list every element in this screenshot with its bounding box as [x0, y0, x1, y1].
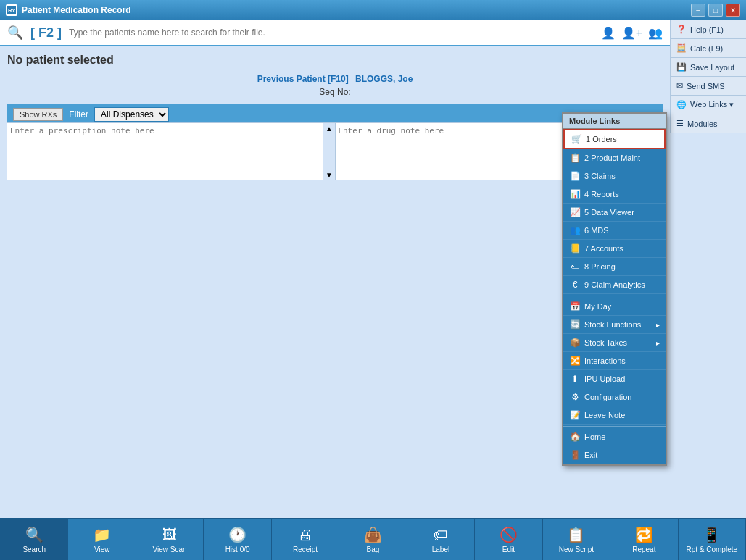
claim-analytics-label: 9 Claim Analytics [584, 280, 645, 289]
menu-item-mds[interactable]: 👥 6 MDS [563, 222, 666, 240]
mds-label: 6 MDS [584, 226, 609, 235]
rpt-complete-toolbar-button[interactable]: 📱 Rpt & Complete [679, 519, 746, 560]
right-sidebar: ❓ Help (F1) 🧮 Calc (F9) 💾 Save Layout ✉ … [670, 20, 746, 133]
pricing-label: 8 Pricing [584, 262, 616, 271]
multi-user-icon[interactable]: 👥 [648, 26, 663, 40]
save-layout-button[interactable]: 💾 Save Layout [671, 58, 746, 77]
pricing-icon: 🏷 [569, 262, 581, 272]
stock-takes-label: Stock Takes [584, 338, 627, 347]
orders-label: 1 Orders [586, 135, 617, 143]
view-scan-toolbar-icon: 🖼 [162, 527, 177, 543]
menu-divider-2 [563, 426, 666, 427]
seq-no-row: Seq No: [7, 87, 663, 97]
repeat-toolbar-button[interactable]: 🔁 Repeat [610, 519, 678, 560]
menu-item-leave-note[interactable]: 📝 Leave Note [563, 406, 666, 425]
filter-dropdown[interactable]: All Dispenses Today This Week This Month [94, 107, 169, 122]
stock-takes-arrow-icon: ▸ [656, 339, 660, 347]
menu-item-stock-takes[interactable]: 📦 Stock Takes ▸ [563, 334, 666, 352]
note-scroll-down-icon[interactable]: ▼ [326, 171, 333, 179]
label-toolbar-button[interactable]: 🏷 Label [407, 519, 475, 560]
restore-button[interactable]: □ [708, 4, 723, 17]
ipu-upload-icon: ⬆ [569, 374, 581, 384]
main-area: 🔍 [ F2 ] 👤 👤+ 👥 ❓ Help (F1) 🧮 Calc (F9) … [0, 20, 746, 560]
sms-icon: ✉ [676, 81, 683, 91]
view-scan-toolbar-label: View Scan [153, 546, 187, 553]
hist-toolbar-button[interactable]: 🕐 Hist 0/0 [204, 519, 271, 560]
bag-toolbar-button[interactable]: 👜 Bag [339, 519, 407, 560]
close-button[interactable]: ✕ [726, 4, 740, 17]
label-toolbar-icon: 🏷 [434, 527, 448, 543]
calc-button[interactable]: 🧮 Calc (F9) [671, 39, 746, 58]
prev-patient-name: BLOGGS, Joe [355, 74, 413, 84]
menu-item-claim-analytics[interactable]: € 9 Claim Analytics [563, 276, 666, 294]
label-toolbar-label: Label [432, 546, 449, 553]
menu-item-interactions[interactable]: 🔀 Interactions [563, 352, 666, 370]
app-icon: Rx [6, 4, 17, 16]
receipt-toolbar-button[interactable]: 🖨 Receipt [272, 519, 339, 560]
titlebar: Rx Patient Medication Record − □ ✕ [0, 0, 746, 20]
patient-search-input[interactable] [69, 28, 594, 38]
my-day-label: My Day [584, 302, 611, 311]
prescription-note-input[interactable] [7, 123, 336, 180]
menu-item-stock-functions[interactable]: 🔄 Stock Functions ▸ [563, 316, 666, 334]
menu-item-exit[interactable]: 🚪 Exit [563, 446, 666, 464]
prev-patient-label: Previous Patient [F10] [257, 74, 349, 84]
reports-label: 4 Reports [584, 190, 619, 198]
user-plus-icon[interactable]: 👤+ [621, 26, 642, 40]
menu-item-orders[interactable]: 🛒 1 Orders [563, 129, 666, 149]
web-icon: 🌐 [676, 100, 687, 109]
menu-item-claims[interactable]: 📄 3 Claims [563, 167, 666, 185]
minimize-button[interactable]: − [691, 4, 705, 17]
modules-button[interactable]: ☰ Modules [671, 114, 746, 133]
receipt-toolbar-icon: 🖨 [298, 527, 312, 543]
send-sms-button[interactable]: ✉ Send SMS [671, 77, 746, 96]
interactions-label: Interactions [584, 356, 626, 365]
window-controls: − □ ✕ [691, 4, 740, 17]
search-toolbar-button[interactable]: 🔍 Search [0, 519, 68, 560]
f2-label: [ F2 ] [30, 25, 62, 41]
leave-note-icon: 📝 [569, 410, 581, 420]
edit-toolbar-button[interactable]: 🚫 Edit [475, 519, 542, 560]
new-script-toolbar-button[interactable]: 📋 New Script [543, 519, 610, 560]
search-toolbar-icon: 🔍 [25, 526, 43, 543]
save-label: Save Layout [690, 63, 734, 72]
note-scroll-up-icon[interactable]: ▲ [326, 125, 333, 133]
menu-item-configuration[interactable]: ⚙ Configuration [563, 388, 666, 406]
view-toolbar-label: View [94, 546, 110, 553]
leave-note-label: Leave Note [584, 411, 625, 419]
help-button[interactable]: ❓ Help (F1) [671, 20, 746, 39]
claims-icon: 📄 [569, 171, 581, 181]
svg-text:Rx: Rx [8, 7, 16, 14]
menu-item-pricing[interactable]: 🏷 8 Pricing [563, 258, 666, 276]
bag-toolbar-icon: 👜 [364, 526, 382, 543]
show-rxs-button[interactable]: Show RXs [13, 108, 63, 121]
save-icon: 💾 [676, 62, 687, 72]
menu-item-data-viewer[interactable]: 📈 5 Data Viewer [563, 204, 666, 222]
rpt-complete-toolbar-label: Rpt & Complete [686, 546, 737, 553]
new-script-toolbar-label: New Script [559, 546, 594, 553]
sms-label: Send SMS [687, 82, 725, 91]
claims-label: 3 Claims [584, 172, 616, 180]
seq-no-label: Seq No: [319, 87, 350, 97]
menu-item-reports[interactable]: 📊 4 Reports [563, 185, 666, 204]
exit-icon: 🚪 [569, 450, 581, 460]
view-toolbar-button[interactable]: 📁 View [68, 519, 136, 560]
my-day-icon: 📅 [569, 301, 581, 312]
hist-toolbar-icon: 🕐 [228, 526, 246, 543]
claim-analytics-icon: € [569, 280, 581, 290]
menu-item-my-day[interactable]: 📅 My Day [563, 298, 666, 316]
menu-item-ipu-upload[interactable]: ⬆ IPU Upload [563, 370, 666, 388]
web-links-button[interactable]: 🌐 Web Links ▾ [671, 96, 746, 114]
menu-item-product-maint[interactable]: 📋 2 Product Maint [563, 149, 666, 167]
configuration-icon: ⚙ [569, 392, 581, 402]
accounts-label: 7 Accounts [584, 244, 623, 253]
search-bar: 🔍 [ F2 ] 👤 👤+ 👥 [0, 20, 670, 46]
bottom-toolbar: 🔍 Search 📁 View 🖼 View Scan 🕐 Hist 0/0 🖨… [0, 518, 746, 560]
menu-item-home[interactable]: 🏠 Home [563, 428, 666, 446]
edit-toolbar-label: Edit [502, 546, 515, 553]
view-scan-toolbar-button[interactable]: 🖼 View Scan [136, 519, 204, 560]
calc-label: Calc (F9) [690, 44, 723, 53]
menu-item-accounts[interactable]: 📒 7 Accounts [563, 240, 666, 258]
single-user-icon[interactable]: 👤 [601, 26, 616, 40]
help-icon: ❓ [676, 25, 687, 34]
